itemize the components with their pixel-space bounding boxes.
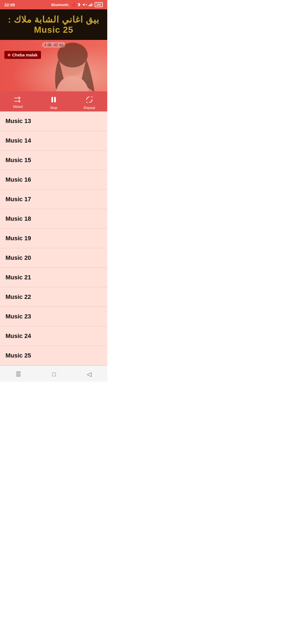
app-title: بيق اغاني الشابة ملاك : Music 25 <box>4 14 103 35</box>
svg-rect-2 <box>89 5 89 6</box>
svg-rect-13 <box>51 97 53 102</box>
stop-button[interactable]: Stop <box>36 91 72 111</box>
svg-rect-6 <box>92 3 92 6</box>
bluetooth-icon: Bluetooth; <box>51 3 69 7</box>
shuffle-icon <box>14 96 22 103</box>
shuffle-button[interactable]: Mixed <box>0 91 36 111</box>
list-item[interactable]: Music 17 <box>0 190 107 209</box>
list-item[interactable]: Music 19 <box>0 229 107 248</box>
status-bar: 22:05 Bluetooth; 🔴 100 <box>0 0 107 9</box>
svg-rect-4 <box>90 4 91 6</box>
list-item[interactable]: Music 20 <box>0 248 107 268</box>
list-item[interactable]: Music 14 <box>0 131 107 151</box>
list-item[interactable]: Music 18 <box>0 209 107 229</box>
list-item[interactable]: Music 25 <box>0 346 107 365</box>
stop-label: Stop <box>50 106 57 110</box>
list-item[interactable]: Music 13 <box>0 111 107 131</box>
player-section: 4 dk. 42 sn Cheba malak Mixed Stop <box>0 40 107 111</box>
player-controls[interactable]: Mixed Stop Repeat <box>0 91 107 111</box>
list-item[interactable]: Music 24 <box>0 326 107 346</box>
back-icon[interactable]: ◁ <box>81 370 97 379</box>
header-banner: بيق اغاني الشابة ملاك : Music 25 <box>0 9 107 40</box>
signal-icon <box>89 3 93 7</box>
svg-rect-3 <box>89 5 90 6</box>
list-item[interactable]: Music 16 <box>0 170 107 190</box>
playing-dot <box>8 54 10 56</box>
repeat-icon <box>86 96 93 105</box>
repeat-label: Repeat <box>84 106 95 110</box>
mute-icon <box>82 2 87 7</box>
bluetooth-icon: 🔴 <box>71 3 75 7</box>
pause-icon <box>50 96 57 105</box>
list-item[interactable]: Music 15 <box>0 151 107 170</box>
status-time: 22:05 <box>4 2 15 7</box>
status-icons: Bluetooth; 🔴 100 <box>51 2 103 7</box>
bluetooth-icon <box>77 2 81 7</box>
navigation-bar: ☰ □ ◁ <box>0 365 107 382</box>
list-item[interactable]: Music 21 <box>0 268 107 287</box>
svg-rect-5 <box>91 4 92 6</box>
artist-label: Cheba malak <box>4 51 41 59</box>
menu-icon[interactable]: ☰ <box>10 370 27 379</box>
track-duration: 4 dk. 42 sn <box>42 42 65 48</box>
repeat-button[interactable]: Repeat <box>72 91 107 111</box>
list-item[interactable]: Music 23 <box>0 307 107 326</box>
list-item[interactable]: Music 22 <box>0 287 107 307</box>
home-icon[interactable]: □ <box>47 370 61 379</box>
shuffle-label: Mixed <box>13 105 23 109</box>
svg-rect-14 <box>54 97 56 102</box>
music-list-items: Music 13Music 14Music 15Music 16Music 17… <box>0 111 107 365</box>
battery-indicator: 100 <box>95 2 103 7</box>
